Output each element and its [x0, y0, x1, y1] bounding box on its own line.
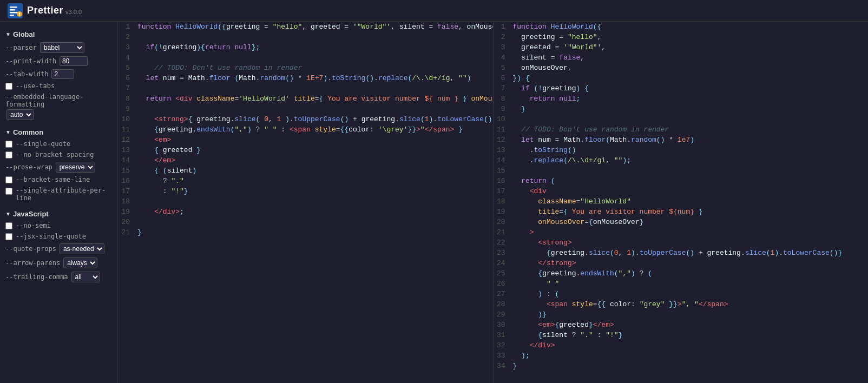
print-width-input[interactable]	[60, 56, 88, 66]
table-row: 34}	[494, 361, 869, 371]
trailing-comma-select[interactable]: all es5 none	[71, 272, 100, 282]
parser-label: --parser	[5, 44, 37, 51]
table-row: 15	[494, 166, 869, 176]
table-row: 2 greeting = "hello",	[494, 32, 869, 42]
table-row: 12 <em>	[118, 135, 493, 145]
use-tabs-label: --use-tabs	[16, 82, 55, 90]
app-title: Prettier	[27, 5, 63, 16]
no-semi-option: --no-semi	[0, 220, 117, 231]
table-row: 12 let num = Math.floor(Math.random() * …	[494, 135, 869, 145]
arrow-parens-label: --arrow-parens	[5, 259, 60, 267]
table-row: 6}) {	[494, 73, 869, 83]
arrow-parens-option: --arrow-parens always avoid	[0, 256, 117, 270]
no-bracket-spacing-checkbox[interactable]	[5, 151, 12, 159]
table-row: 7 if (!greeting) {	[494, 83, 869, 94]
single-attr-checkbox[interactable]	[5, 188, 12, 195]
table-row: 18 className="HelloWorld"	[494, 196, 869, 207]
arrow-parens-select[interactable]: always avoid	[63, 257, 97, 268]
quote-props-select[interactable]: as-needed always consistent	[60, 243, 104, 254]
section-common[interactable]: ▼ Common	[0, 125, 117, 138]
table-row: 17 <div	[494, 186, 869, 196]
tab-width-option: --tab-width	[0, 68, 117, 81]
section-javascript-label: JavaScript	[13, 210, 49, 218]
table-row: 1function HelloWorld({	[494, 22, 869, 32]
section-global[interactable]: ▼ Global	[0, 27, 117, 41]
table-row: 21}	[118, 227, 493, 237]
parser-select[interactable]: babel typescript css html json markdown	[40, 42, 84, 53]
table-row: 33 );	[494, 351, 869, 361]
section-javascript[interactable]: ▼ JavaScript	[0, 207, 117, 220]
table-row: 3 greeted = '"World"',	[494, 42, 869, 52]
table-row: 24 </strong>	[494, 258, 869, 268]
table-row: 26 " "	[494, 279, 869, 289]
embedded-lang-select[interactable]: auto off	[6, 109, 34, 120]
prose-wrap-label: --prose-wrap	[5, 163, 52, 171]
quote-props-label: --quote-props	[5, 245, 56, 253]
bracket-same-line-checkbox[interactable]	[5, 176, 12, 183]
table-row: 29 )}	[494, 309, 869, 320]
svg-rect-2	[10, 9, 15, 11]
prose-wrap-select[interactable]: preserve always never	[56, 162, 95, 173]
print-width-option: --print-width	[0, 55, 117, 68]
main-layout: ▼ Global --parser babel typescript css h…	[0, 22, 868, 383]
sidebar: ▼ Global --parser babel typescript css h…	[0, 22, 118, 383]
use-tabs-option: --use-tabs	[0, 81, 117, 91]
app-version: v3.0.0	[65, 9, 82, 15]
table-row: 19 title={ You are visitor number ${num}…	[494, 207, 869, 217]
prettier-logo-icon	[8, 3, 23, 18]
table-row: 9 }	[494, 104, 869, 114]
svg-rect-6	[19, 12, 20, 15]
parser-option: --parser babel typescript css html json …	[0, 41, 117, 55]
svg-rect-1	[10, 6, 17, 8]
code-panels: 1function HelloWorld({greeting = "hello"…	[118, 22, 868, 383]
table-row: 16 ? "."	[118, 176, 493, 186]
table-row: 5 onMouseOver,	[494, 63, 869, 73]
output-code-panel[interactable]: 1function HelloWorld({ 2 greeting = "hel…	[494, 22, 869, 383]
table-row: 20	[118, 217, 493, 227]
table-row: 30 <em>{greeted}</em>	[494, 320, 869, 330]
single-attr-label: --single-attribute-per-line	[16, 187, 106, 202]
jsx-single-quote-checkbox[interactable]	[5, 233, 12, 240]
single-quote-checkbox[interactable]	[5, 141, 12, 148]
table-row: 22 <strong>	[494, 237, 869, 248]
single-quote-label: --single-quote	[16, 140, 70, 148]
use-tabs-checkbox[interactable]	[5, 83, 12, 90]
table-row: 21 >	[494, 227, 869, 237]
table-row: 3 if(!greeting){return null};	[118, 42, 493, 52]
table-row: 10 <strong>{ greeting.slice( 0, 1 ).toUp…	[118, 114, 493, 124]
table-row: 20 onMouseOver={onMouseOver}	[494, 217, 869, 227]
table-row: 23 {greeting.slice(0, 1).toUpperCase() +…	[494, 248, 869, 258]
common-arrow-icon: ▼	[5, 129, 11, 135]
table-row: 27 ) : (	[494, 289, 869, 299]
tab-width-input[interactable]	[51, 69, 74, 79]
input-code-panel[interactable]: 1function HelloWorld({greeting = "hello"…	[118, 22, 494, 383]
table-row: 14 .replace(/\.\d+/gi, "");	[494, 155, 869, 166]
table-row: 16 return (	[494, 176, 869, 186]
table-row: 4 silent = false,	[494, 52, 869, 63]
trailing-comma-label: --trailing-comma	[5, 273, 68, 281]
global-arrow-icon: ▼	[5, 31, 11, 37]
table-row: 4	[118, 52, 493, 63]
table-row: 14 </em>	[118, 155, 493, 166]
prose-wrap-option: --prose-wrap preserve always never	[0, 160, 117, 174]
section-global-label: Global	[13, 30, 35, 38]
table-row: 6 let num = Math.floor (Math.random() * …	[118, 73, 493, 83]
table-row: 18	[118, 196, 493, 207]
no-semi-checkbox[interactable]	[5, 222, 12, 229]
jsx-single-quote-option: --jsx-single-quote	[0, 231, 117, 242]
javascript-arrow-icon: ▼	[5, 211, 11, 217]
table-row: 8 return null;	[494, 94, 869, 104]
svg-point-7	[19, 15, 20, 16]
no-bracket-spacing-option: --no-bracket-spacing	[0, 149, 117, 160]
table-row: 31 {silent ? "." : "!"}	[494, 330, 869, 340]
table-row: 9	[118, 104, 493, 114]
table-row: 7	[118, 83, 493, 94]
embedded-lang-option: --embedded-language-formatting auto off	[0, 91, 117, 122]
svg-rect-4	[10, 15, 14, 16]
trailing-comma-option: --trailing-comma all es5 none	[0, 270, 117, 284]
app-header: Prettier v3.0.0	[0, 0, 868, 22]
quote-props-option: --quote-props as-needed always consisten…	[0, 242, 117, 256]
table-row: 32 </div>	[494, 340, 869, 351]
no-bracket-spacing-label: --no-bracket-spacing	[16, 151, 94, 159]
table-row: 25 {greeting.endsWith(",") ? (	[494, 268, 869, 279]
